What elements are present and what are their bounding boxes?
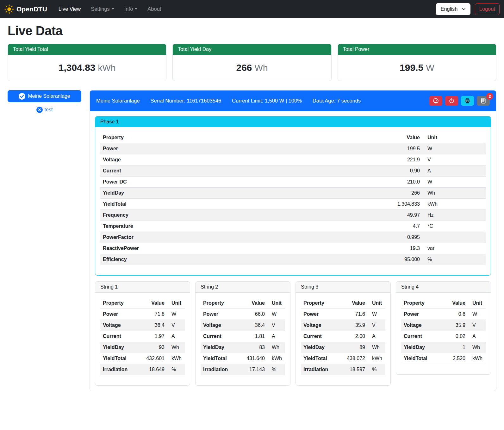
property-cell: Current	[201, 331, 237, 342]
navbar-right: English Logout	[436, 3, 500, 15]
inverter-limit: Current Limit: 1,500 W | 100%	[232, 98, 302, 104]
string-title: String 4	[396, 282, 491, 293]
logout-button[interactable]: Logout	[475, 3, 500, 15]
value-cell: 35.9	[337, 320, 368, 331]
speedometer-icon	[433, 98, 439, 104]
property-cell: PowerFactor	[100, 232, 381, 243]
unit-cell: Hz	[422, 210, 486, 221]
table-row: Efficiency95.000%	[100, 254, 486, 265]
string-3-table: PropertyValueUnitPower71.6WVoltage35.9VC…	[301, 298, 385, 375]
table-row: Irradiation18.597%	[301, 364, 385, 375]
strings-row: String 1 PropertyValueUnitPower71.8WVolt…	[95, 281, 491, 386]
language-value: English	[440, 6, 457, 12]
journal-icon	[480, 98, 486, 104]
column-header: Unit	[422, 132, 486, 143]
chevron-down-icon	[462, 7, 466, 11]
value-cell: 266	[381, 188, 422, 199]
table-row: YieldDay266Wh	[100, 188, 486, 199]
brand-title: OpenDTU	[16, 5, 47, 13]
value-cell: 1,304.833	[381, 199, 422, 210]
device-info-button[interactable]	[461, 96, 474, 106]
unit-cell: %	[267, 364, 285, 375]
column-header: Unit	[167, 298, 185, 309]
phase-body: PropertyValueUnitPower199.5WVoltage221.9…	[95, 127, 491, 275]
table-row: Irradiation18.649%	[100, 364, 185, 375]
table-row: YieldDay1Wh	[401, 342, 486, 353]
value-cell: 431.640	[237, 353, 267, 364]
property-cell: Irradiation	[301, 364, 337, 375]
page-content: Live Data Total Yield Total 1,304.83kWh …	[0, 18, 504, 397]
unit-cell: %	[422, 254, 486, 265]
property-cell: Voltage	[100, 154, 381, 165]
unit-cell	[422, 232, 486, 243]
value-cell: 95.000	[381, 254, 422, 265]
property-cell: Current	[100, 165, 381, 177]
value-cell: 17.143	[237, 364, 267, 375]
string-title: String 1	[95, 282, 190, 293]
property-cell: Power	[401, 309, 438, 320]
value-cell: 19.3	[381, 243, 422, 254]
table-row: YieldDay83Wh	[201, 342, 285, 353]
card-value-area: 199.5W	[338, 55, 496, 81]
unit-cell: A	[368, 331, 385, 342]
unit-cell: W	[468, 309, 486, 320]
value-cell: 210.0	[381, 177, 422, 188]
card-value: 1,304.83	[59, 62, 96, 73]
property-cell: Voltage	[100, 320, 137, 331]
unit-cell: W	[422, 177, 486, 188]
table-row: Frequency49.97Hz	[100, 210, 486, 221]
value-cell: 2.00	[337, 331, 368, 342]
unit-cell: V	[167, 320, 185, 331]
table-header-row: PropertyValueUnit	[401, 298, 486, 309]
value-cell: 18.649	[137, 364, 167, 375]
nav-item-about[interactable]: About	[144, 3, 165, 15]
unit-cell: A	[267, 331, 285, 342]
card-title: Total Yield Day	[173, 44, 331, 55]
string-2-panel: String 2 PropertyValueUnitPower66.0WVolt…	[195, 281, 290, 386]
column-header: Property	[100, 132, 381, 143]
nav-item-settings[interactable]: Settings	[87, 3, 118, 15]
table-row: YieldDay93Wh	[100, 342, 185, 353]
value-cell: 199.5	[381, 143, 422, 154]
limit-settings-button[interactable]	[429, 96, 442, 106]
unit-cell: °C	[422, 221, 486, 232]
x-circle-icon	[36, 107, 43, 113]
language-select[interactable]: English	[436, 3, 470, 15]
value-cell: 83	[237, 342, 267, 353]
nav-links: Live View Settings Info About	[55, 3, 165, 15]
property-cell: YieldDay	[201, 342, 237, 353]
column-header: Property	[401, 298, 438, 309]
value-cell: 4.7	[381, 221, 422, 232]
string-1-table: PropertyValueUnitPower71.8WVoltage36.4VC…	[100, 298, 185, 375]
brand[interactable]: OpenDTU	[4, 4, 47, 14]
property-cell: Frequency	[100, 210, 381, 221]
table-row: Current2.00A	[301, 331, 385, 342]
card-value: 199.5	[400, 62, 423, 73]
table-row: Voltage221.9V	[100, 154, 486, 165]
inverter-select-button[interactable]: Meine Solaranlage	[8, 90, 81, 102]
property-cell: Irradiation	[201, 364, 237, 375]
inverter-data-age: Data Age: 7 seconds	[313, 98, 361, 104]
string-body: PropertyValueUnitPower71.8WVoltage36.4VC…	[95, 293, 190, 385]
power-button[interactable]	[445, 96, 458, 106]
nav-item-label: Info	[124, 6, 133, 12]
inverter-header: Meine Solaranlage Serial Number: 1161716…	[90, 90, 496, 111]
string-1-panel: String 1 PropertyValueUnitPower71.8WVolt…	[95, 281, 190, 386]
event-log-button[interactable]: 2	[477, 96, 490, 106]
unit-cell: Wh	[368, 342, 385, 353]
table-row: YieldTotal432.601kWh	[100, 353, 185, 364]
card-value-area: 266Wh	[173, 55, 331, 81]
nav-item-info[interactable]: Info	[121, 3, 141, 15]
value-cell: 0.02	[438, 331, 468, 342]
value-cell: 432.601	[137, 353, 167, 364]
table-header-row: PropertyValueUnit	[100, 298, 185, 309]
event-link[interactable]: test	[45, 107, 53, 113]
nav-item-live-view[interactable]: Live View	[55, 3, 84, 15]
inverter-panel: Meine Solaranlage Serial Number: 1161716…	[90, 90, 496, 391]
string-body: PropertyValueUnitPower71.6WVoltage35.9VC…	[296, 293, 390, 385]
column-header: Value	[337, 298, 368, 309]
value-cell: 71.8	[137, 309, 167, 320]
table-row: Power66.0W	[201, 309, 285, 320]
property-cell: YieldDay	[301, 342, 337, 353]
string-body: PropertyValueUnitPower66.0WVoltage36.4VC…	[196, 293, 290, 385]
